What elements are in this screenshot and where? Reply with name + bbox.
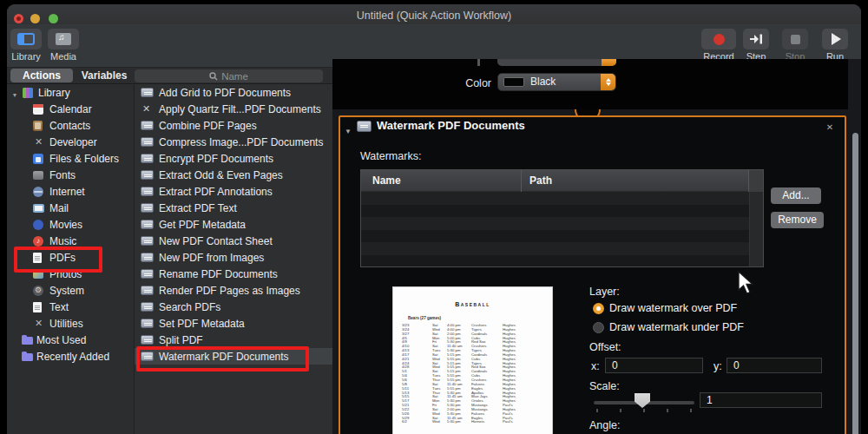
search-icon: [209, 72, 218, 81]
sidebar-category-row[interactable]: Mail: [7, 200, 134, 216]
sidebar-category-row[interactable]: Calendar: [7, 101, 134, 117]
slider-tick: [690, 409, 692, 412]
sidebar-category-row[interactable]: System: [7, 282, 134, 299]
workflow-panel: Color Black Watermark PDF Documents Wate…: [332, 59, 861, 434]
slider-tick: [667, 409, 668, 412]
run-button[interactable]: [822, 29, 848, 49]
sidebar-category-row[interactable]: Library: [7, 84, 134, 101]
action-icon: [141, 302, 154, 312]
tab-variables[interactable]: Variables: [76, 69, 132, 82]
radio-draw-under-pdf[interactable]: [593, 322, 604, 333]
title-bar: Untitled (Quick Action Workflow): [7, 4, 861, 24]
offset-y-field[interactable]: 0: [727, 358, 822, 373]
watermarks-table-body[interactable]: [361, 192, 763, 266]
tab-actions[interactable]: Actions: [10, 69, 73, 82]
remove-watermark-button[interactable]: Remove: [771, 212, 824, 228]
watermarks-table[interactable]: Name Path: [360, 169, 764, 267]
chevron-down-icon: [606, 82, 611, 86]
action-list-item[interactable]: Watermark PDF Documents: [135, 348, 332, 365]
column-divider[interactable]: [521, 170, 522, 192]
color-popup-button[interactable]: Black: [497, 73, 616, 91]
table-scrollbar-track[interactable]: [749, 192, 763, 266]
action-list-item[interactable]: Set PDF Metadata: [135, 315, 332, 332]
media-toolbar-button[interactable]: [48, 29, 79, 49]
action-list-item[interactable]: Extract PDF Annotations: [135, 183, 332, 200]
sidebar-category-row[interactable]: Internet: [7, 183, 134, 200]
radio-draw-over-pdf[interactable]: [593, 303, 604, 314]
movies-icon: [33, 220, 43, 230]
system-icon: [33, 286, 43, 296]
library-toolbar-button[interactable]: [10, 29, 42, 49]
action-list-item[interactable]: Apply Quartz Filt...PDF Documents: [135, 101, 332, 117]
close-action-icon[interactable]: [824, 118, 836, 130]
sidebar-category-row[interactable]: Developer: [7, 134, 134, 150]
disclosure-triangle-icon[interactable]: [345, 122, 352, 137]
action-list-item-label: Search PDFs: [159, 301, 220, 313]
action-list-item[interactable]: Rename PDF Documents: [135, 266, 332, 282]
stop-button[interactable]: [782, 29, 808, 49]
color-popup-value: Black: [530, 76, 556, 88]
stepper-icon: [602, 59, 616, 66]
sidebar-category-label: Library: [38, 87, 70, 99]
add-watermark-button[interactable]: Add...: [771, 187, 821, 204]
record-icon: [713, 34, 725, 45]
photos-icon: [33, 269, 43, 279]
sidebar-category-row[interactable]: Utilities: [7, 315, 134, 332]
sidebar-category-row[interactable]: Contacts: [7, 117, 134, 134]
action-list-item[interactable]: New PDF from Images: [135, 249, 332, 266]
action-list-item-label: Combine PDF Pages: [159, 120, 257, 132]
calendar-icon: [33, 104, 43, 115]
sidebar-category-row[interactable]: Movies: [7, 216, 134, 233]
offset-x-field[interactable]: 0: [605, 358, 703, 373]
sidebar-category-row[interactable]: PDFs: [7, 249, 134, 266]
action-list-item-label: New PDF Contact Sheet: [159, 235, 273, 247]
record-button[interactable]: [701, 29, 736, 49]
watermarks-table-header: Name Path: [361, 170, 763, 192]
mail-icon: [33, 204, 44, 213]
column-header-name[interactable]: Name: [372, 174, 401, 187]
sidebar-category-label: Music: [49, 235, 76, 247]
action-list-item[interactable]: Split PDF: [135, 332, 332, 348]
sidebar-category-row[interactable]: Photos: [7, 266, 134, 282]
action-list-item[interactable]: New PDF Contact Sheet: [135, 233, 332, 249]
clipped-popup-button[interactable]: [497, 59, 616, 66]
empty-table-row: [361, 217, 763, 230]
color-label: Color: [439, 77, 491, 89]
search-input[interactable]: Name: [135, 69, 323, 82]
step-button[interactable]: [743, 29, 769, 49]
action-list-item[interactable]: Add Grid to PDF Documents: [135, 84, 332, 101]
scale-value-field[interactable]: 1: [700, 392, 822, 408]
radio-draw-under-pdf-label: Draw watermark under PDF: [609, 321, 744, 333]
action-list-item[interactable]: Render PDF Pages as Images: [135, 282, 332, 299]
sidebar-category-row[interactable]: Files & Folders: [7, 150, 134, 167]
sidebar-category-label: Calendar: [49, 103, 92, 115]
column-header-path[interactable]: Path: [529, 174, 552, 187]
sidebar-category-row[interactable]: Recently Added: [7, 348, 134, 365]
sidebar-category-row[interactable]: Text: [7, 299, 134, 315]
workflow-scrollbar[interactable]: [852, 133, 858, 434]
action-list-item-label: Get PDF Metadata: [159, 219, 246, 231]
sidebar-category-row[interactable]: Music: [7, 233, 134, 249]
empty-table-row: [361, 192, 763, 205]
music-icon: [33, 236, 43, 247]
folder-icon: [22, 353, 33, 361]
sidebar-category-row[interactable]: Fonts: [7, 167, 134, 183]
action-icon: [141, 88, 154, 97]
sidebar-category-row[interactable]: Most Used: [7, 332, 134, 348]
step-icon: [749, 34, 763, 44]
action-icon: [141, 319, 154, 328]
preview-schedule-table: 3/23 Sat 4:00 pm Crushers Hughes 3/24 We…: [393, 324, 552, 424]
scale-slider-thumb[interactable]: [635, 393, 650, 408]
disclosure-triangle-icon[interactable]: [10, 85, 19, 101]
contacts-icon: [33, 121, 43, 131]
fonts-icon: [33, 171, 43, 180]
action-list-item[interactable]: Encrypt PDF Documents: [135, 150, 332, 167]
action-list-item[interactable]: Extract Odd & Even Pages: [135, 167, 332, 183]
action-list-item[interactable]: Extract PDF Text: [135, 200, 332, 216]
action-list-item[interactable]: Get PDF Metadata: [135, 216, 332, 233]
quartz-icon: [141, 103, 152, 115]
action-list-item[interactable]: Combine PDF Pages: [135, 117, 332, 134]
action-list-item[interactable]: Compress Image...PDF Documents: [135, 134, 332, 150]
action-list-item[interactable]: Search PDFs: [135, 299, 332, 315]
media-icon: [56, 33, 71, 45]
